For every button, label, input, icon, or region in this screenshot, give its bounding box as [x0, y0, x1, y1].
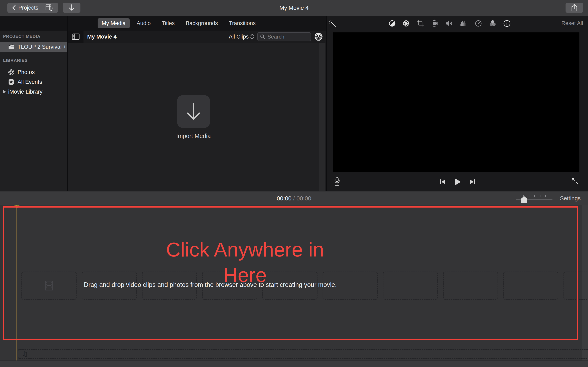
sidebar-item-label: All Events: [17, 79, 42, 85]
sidebar-item-label: iMovie Library: [8, 89, 43, 95]
import-arrow-icon: [184, 102, 203, 121]
info-icon[interactable]: [503, 19, 511, 28]
download-arrow-icon: [69, 4, 75, 11]
share-button[interactable]: [566, 3, 583, 13]
section-header-project-media: PROJECT MEDIA: [0, 31, 67, 39]
media-browser-header: My Movie 4 All Clips: [68, 31, 326, 43]
viewer-controls: [327, 172, 588, 191]
speed-icon[interactable]: [474, 19, 483, 28]
music-note-icon: ♫: [22, 350, 28, 358]
zoom-slider-ticks: [518, 195, 551, 197]
projects-button-label: Projects: [18, 5, 38, 11]
section-header-libraries: LIBRARIES: [0, 52, 67, 63]
tab-audio[interactable]: Audio: [132, 18, 155, 28]
timecode-display: 00:00/00:00: [0, 192, 588, 205]
search-icon: [260, 34, 265, 40]
sidebar-item-all-events[interactable]: All Events: [0, 77, 67, 87]
star-badge-icon: [8, 78, 15, 85]
disclosure-triangle-icon[interactable]: [2, 90, 7, 94]
photos-flower-icon: [8, 69, 15, 76]
browser-scrollbar[interactable]: [319, 43, 325, 191]
timeline-hint-text: Drag and drop video clips and photos fro…: [84, 281, 337, 289]
tab-my-media[interactable]: My Media: [98, 18, 130, 28]
sidebar-item-label: Photos: [17, 69, 35, 75]
tab-titles[interactable]: Titles: [158, 18, 179, 28]
noise-reduction-icon[interactable]: [459, 19, 467, 28]
libraries-sidebar: PROJECT MEDIA TLOUP 2 Survival + LIBRARI…: [0, 31, 67, 191]
search-field[interactable]: [257, 32, 311, 41]
sidebar-item-project-media[interactable]: TLOUP 2 Survival +: [0, 42, 67, 52]
fullscreen-icon[interactable]: [571, 177, 579, 186]
timeline-zoom-slider[interactable]: [516, 194, 553, 203]
bottom-status-bar: [0, 360, 588, 367]
sidebar-item-imovie-library[interactable]: iMovie Library: [0, 87, 67, 97]
import-media-area: Import Media: [68, 43, 319, 191]
media-tabs-bar: My Media Audio Titles Backgrounds Transi…: [0, 16, 326, 31]
zoom-slider-thumb[interactable]: [521, 196, 527, 203]
browser-project-title: My Movie 4: [87, 34, 117, 40]
stabilization-icon[interactable]: [431, 19, 439, 28]
music-track-placeholder: ♫: [18, 349, 588, 359]
video-preview[interactable]: [333, 33, 579, 172]
color-balance-icon[interactable]: [388, 19, 396, 28]
time-separator: /: [292, 195, 296, 202]
media-organizer-button[interactable]: [40, 3, 58, 13]
volume-icon[interactable]: [445, 19, 453, 28]
chevron-up-down-icon: [250, 33, 254, 40]
media-browser: My Movie 4 All Clips: [68, 31, 326, 191]
browser-settings-gear-icon[interactable]: [314, 32, 323, 41]
sidebar-item-photos[interactable]: Photos: [0, 67, 67, 77]
import-media-label: Import Media: [176, 133, 211, 140]
clip-filter-value: All Clips: [229, 34, 249, 40]
sidebar-toggle-button[interactable]: [68, 31, 84, 43]
viewer-toolbar: Reset All: [327, 16, 588, 30]
clapperboard-icon: [8, 43, 15, 50]
tab-backgrounds[interactable]: Backgrounds: [182, 18, 222, 28]
skip-forward-button[interactable]: [468, 178, 476, 185]
clip-filters-icon[interactable]: [489, 19, 497, 28]
timeline-area[interactable]: Click Anywhere in Here Drag and drop vid…: [0, 205, 588, 360]
tab-transitions[interactable]: Transitions: [225, 18, 260, 28]
film-and-music-icon: [45, 4, 53, 11]
auto-enhance-wand-icon[interactable]: [329, 19, 337, 28]
sidebar-item-label: TLOUP 2 Survival +: [17, 44, 66, 50]
imovie-window: My Movie 4 Projects: [0, 0, 588, 367]
color-correction-icon[interactable]: [402, 19, 410, 28]
panel-filmstrip-icon: [72, 33, 80, 40]
window-title: My Movie 4: [0, 0, 588, 16]
timeline-settings-button[interactable]: Settings: [560, 192, 581, 205]
crop-icon[interactable]: [416, 19, 424, 28]
voiceover-mic-icon[interactable]: [333, 177, 341, 186]
share-icon: [571, 4, 578, 12]
clip-filter-dropdown[interactable]: All Clips: [229, 33, 254, 40]
window-toolbar: My Movie 4 Projects: [0, 0, 588, 16]
import-media-button[interactable]: [177, 95, 210, 128]
reset-all-button[interactable]: Reset All: [561, 16, 583, 30]
total-time: 00:00: [296, 195, 311, 202]
chevron-left-icon: [12, 5, 16, 11]
projects-back-button[interactable]: Projects: [7, 3, 43, 13]
play-button[interactable]: [453, 177, 462, 186]
viewer-pane: Reset All: [327, 16, 588, 191]
skip-back-button[interactable]: [439, 178, 447, 185]
import-download-button[interactable]: [63, 3, 80, 13]
annotation-highlight-rectangle: [3, 206, 578, 340]
current-time: 00:00: [277, 195, 292, 202]
timeline-toolbar: 00:00/00:00 Settings: [0, 192, 588, 205]
search-input[interactable]: [267, 33, 307, 40]
